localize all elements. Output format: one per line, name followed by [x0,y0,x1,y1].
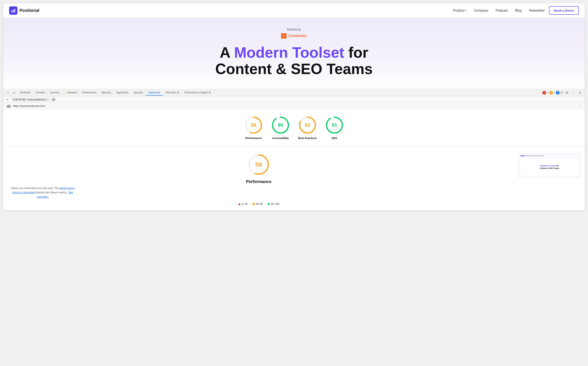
logo-link[interactable]: Positional [9,7,39,15]
add-session-button[interactable]: + [5,97,9,102]
browser-window: Positional Product ▾ Company Podcast Blo… [3,3,585,210]
devtools-device-icon[interactable]: ▭ [11,90,17,96]
yc-badge: Y Combinator [281,33,307,38]
nav-podcast[interactable]: Podcast [496,9,508,12]
score-label-accessibility: Accessibility [272,137,289,140]
score-label-best-practices: Best Practices [298,137,317,140]
session-badge[interactable]: 9:08:35 AM · www.positional.c ▾ [11,98,50,102]
session-time: 9:08:35 AM · www.positional.c [13,98,46,101]
warning-badge: 1 [549,91,553,95]
scores-row: 56 Performance 90 Accessibility [8,116,580,140]
url-text: https://www.positional.com/ [13,104,576,107]
legend-fail-range: 0–49 [242,203,248,206]
svg-rect-2 [14,9,15,12]
url-more-icon[interactable]: ⋮ [578,104,581,108]
nav-product[interactable]: Product ▾ [453,9,466,12]
settings-icon[interactable]: ⚙ [564,90,570,96]
tab-lighthouse[interactable]: Lighthouse [146,90,163,96]
nav-blog[interactable]: Blog [515,9,522,12]
legend-avg-range: 50–89 [256,203,263,206]
backed-by-text: Backed by [8,28,580,31]
nav-newsletter[interactable]: Newsletter [529,9,545,12]
tab-security[interactable]: Security [131,90,145,96]
error-badge: 1 [542,91,546,95]
screenshot-title: A Modern Toolset forContent & SEO Teams [540,165,559,170]
devtools-right-badges: 1 ✕ 1 △ 3 💬 ⚙ ⋮ ✕ [542,90,583,96]
devtools-panel: ⊹ ▭ Elements Console Sources ⚠ Network P… [3,89,585,210]
score-circle-performance: 56 [244,116,263,134]
robot-icon: 🤖 [7,104,11,108]
book-demo-button[interactable]: Book a Demo [549,6,579,15]
logo-text: Positional [20,8,39,13]
perf-desc-mid: directly from these metrics. [35,191,68,194]
legend-pass: 90–100 [268,203,279,206]
score-label-seo: SEO [332,137,337,140]
screenshot-nav-dot-1 [525,155,529,156]
legend-pass-icon [268,203,270,205]
yc-text: Combinator [288,34,307,38]
score-value-seo: 91 [332,122,337,128]
performance-detail-section: 56 Performance Values are estimated and … [3,146,585,210]
tab-recorder[interactable]: Recorder ⚙ [163,90,182,96]
performance-right-panel: A Modern Toolset forContent & SEO Teams [518,153,580,178]
error-x-icon: ✕ [547,91,549,94]
tab-console[interactable]: Console [33,90,47,96]
legend-avg-icon [252,203,255,205]
performance-large-circle: 56 [8,153,510,176]
tab-elements[interactable]: Elements [17,90,33,96]
score-best-practices: 83 Best Practices [298,116,317,140]
screenshot-highlight: Modern Toolset [542,165,556,167]
tab-network[interactable]: ⚠ Network [62,90,79,96]
score-value-performance: 56 [251,122,256,128]
svg-rect-0 [11,10,12,12]
screenshot-nav-items [520,155,544,156]
large-score-value: 56 [255,161,262,168]
score-circle-seo: 91 [325,116,344,134]
logo-icon [9,7,17,15]
score-value-best-practices: 83 [305,122,310,128]
tab-sources[interactable]: Sources [48,90,62,96]
hero-title-line2: Content & SEO Teams [215,61,373,77]
perf-desc-text: Values are estimated and may vary. The [11,187,60,190]
hero-title-highlight: Modern Toolset [234,44,344,61]
nav-company[interactable]: Company [474,9,488,12]
tab-application[interactable]: Application [114,90,131,96]
info-badge: 3 [556,91,560,95]
legend-fail-icon [238,203,241,205]
navbar-links: Product ▾ Company Podcast Blog Newslette… [453,9,545,12]
yc-logo: Y [281,33,287,38]
devtools-address-bar: + 9:08:35 AM · www.positional.c ▾ ⊘ [3,97,585,103]
more-options-icon[interactable]: ⋮ [571,90,576,96]
performance-left-panel: 56 Performance Values are estimated and … [8,153,510,205]
score-legend: 0–49 50–89 90–100 [8,203,510,206]
lighthouse-scores-section: 56 Performance 90 Accessibility [3,109,585,146]
legend-fail: 0–49 [238,203,248,206]
badge-group: 1 ✕ 1 △ 3 💬 [542,91,563,95]
score-circle-accessibility: 90 [271,116,290,134]
screenshot-nav-dot-2 [530,155,534,156]
tab-memory[interactable]: Memory [99,90,113,96]
tab-performance-insights[interactable]: Performance insights ⚙ [182,90,213,96]
devtools-cursor-icon[interactable]: ⊹ [5,90,11,96]
legend-pass-range: 90–100 [271,203,279,206]
clear-button[interactable]: ⊘ [52,98,56,102]
info-msg-icon: 💬 [560,91,563,94]
navbar: Positional Product ▾ Company Podcast Blo… [3,3,585,18]
hero-section: Backed by Y Combinator A Modern Toolset … [3,18,585,89]
tab-performance[interactable]: Performance [80,90,99,96]
devtools-toolbar: ⊹ ▭ Elements Console Sources ⚠ Network P… [3,89,585,97]
large-score-circle: 56 [247,153,270,176]
score-circle-best-practices: 83 [298,116,317,134]
screenshot-nav-bar [520,155,578,158]
website-screenshot-preview: A Modern Toolset forContent & SEO Teams [518,153,580,178]
hero-title-prefix: A [220,44,234,61]
performance-section-title: Performance [8,179,510,184]
url-row: 🤖 https://www.positional.com/ ⋮ [3,103,585,109]
screenshot-nav-dot-active [520,155,525,156]
close-icon[interactable]: ✕ [577,90,583,96]
score-seo: 91 SEO [325,116,344,140]
screenshot-nav-dot-4 [540,155,544,156]
chevron-down-icon: ▾ [465,9,466,12]
warning-icon: ⚠ [65,91,67,94]
performance-description: Values are estimated and may vary. The p… [8,186,78,199]
